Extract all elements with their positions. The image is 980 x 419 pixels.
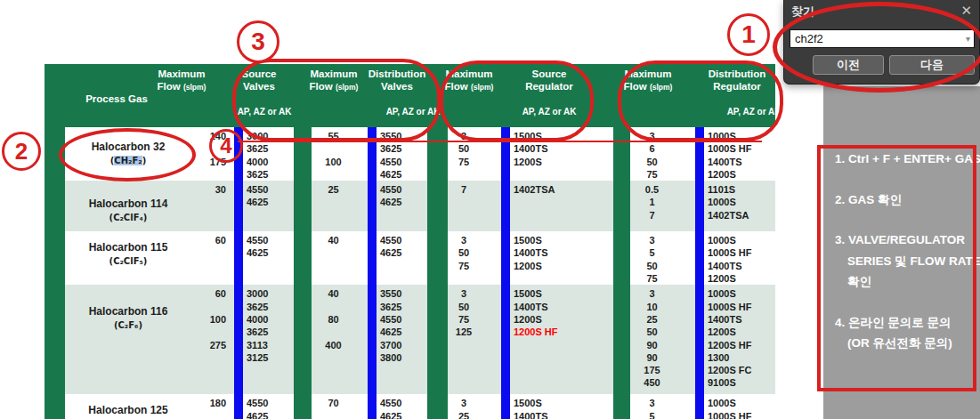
cell-line: 75 — [448, 313, 480, 326]
cell-line: 275 — [191, 339, 226, 351]
instruction-line: 2. GAS 확인 — [835, 189, 980, 211]
green-divider — [294, 285, 312, 394]
cell-line: 25 — [448, 410, 480, 419]
cell-line: 4625 — [380, 168, 427, 181]
instruction-line: SERIES 및 FLOW RATE — [835, 251, 980, 272]
cell-line: 1200S — [708, 272, 775, 285]
table-row: Halocarbon 32(CH₂F₂)140 1753000362540003… — [45, 127, 775, 181]
cell-line: 1400TS — [514, 301, 613, 313]
process-gas-cell: Halocarbon 116(C₂F₆) — [65, 285, 191, 394]
gas-name: Halocarbon 115 — [65, 242, 191, 254]
flow-cell: 7 — [448, 181, 501, 231]
green-divider — [45, 394, 65, 419]
flow-cell: 355075 — [630, 231, 695, 285]
blue-divider — [368, 231, 377, 285]
cell-line: 1000S HF — [708, 410, 775, 419]
series-cell: 1500S1400TS1200S — [510, 231, 613, 285]
blue-divider — [368, 181, 377, 231]
cell-line: 70 — [312, 397, 355, 409]
cell-line: 5 — [630, 410, 674, 419]
cell-line — [312, 326, 355, 338]
cell-line: 3 — [630, 130, 674, 142]
cell-line: 1000S — [708, 287, 775, 300]
cell-line: 1400TS — [708, 156, 775, 168]
cell-line: 175 — [191, 156, 226, 168]
series-cell: 1000S1000S HF1400TS1200S1200S HF13001200… — [704, 285, 775, 394]
col-header-max-flow-1: Maximum Flow (slpm) — [158, 68, 207, 93]
blue-divider — [695, 181, 704, 231]
gas-formula: (C₂ClF₅) — [65, 255, 191, 267]
green-divider — [294, 394, 312, 419]
col-subheader-distribution-valves-series: AP, AZ or AK — [386, 107, 441, 117]
green-divider — [427, 231, 448, 285]
table-row: Halocarbon 116(C₂F₆)60 100 2753000362540… — [45, 285, 775, 394]
cell-line: 3 — [448, 287, 480, 300]
green-divider — [45, 285, 65, 394]
flow-cell: 35075 — [448, 127, 501, 181]
cell-line — [191, 142, 226, 155]
cell-line: 3625 — [247, 326, 294, 338]
cell-line: 9100S — [708, 376, 775, 389]
green-divider — [427, 181, 448, 231]
cell-line: 3700 — [380, 339, 427, 351]
series-cell: 1000S1000S HF — [704, 394, 775, 419]
cell-line: 4000 — [247, 313, 294, 326]
cell-line: 1200S FC — [708, 364, 775, 376]
series-cell: 45504625 — [243, 231, 294, 285]
cell-line: 4550 — [380, 156, 427, 168]
cell-line: 50 — [630, 260, 674, 272]
blue-divider — [695, 394, 704, 419]
series-cell: 45504625 — [243, 394, 294, 419]
table-row: Halocarbon 115(C₂ClF₅)604550462540455046… — [45, 231, 775, 285]
cell-line: 25 — [630, 313, 674, 326]
blue-divider — [234, 231, 243, 285]
find-next-button[interactable]: 다음 — [889, 55, 975, 75]
cell-line: 1400TS — [708, 260, 775, 272]
cell-line: 3000 — [247, 130, 294, 142]
instruction-line: 4. 온라인 문의로 문의 — [835, 312, 980, 334]
series-cell: 1000S1000S HF1400TS1200S — [704, 127, 775, 181]
cell-line: 450 — [630, 376, 674, 389]
col-subheader-source-regulator-series: AP, AZ or AK — [522, 107, 577, 117]
close-icon[interactable]: ✕ — [960, 4, 972, 17]
series-cell: 3000362540003625 — [243, 127, 294, 181]
col-subheader-distribution-regulator-series: AP, AZ or AK — [727, 107, 782, 117]
series-cell: 1500S1400TS1200S — [510, 127, 613, 181]
col-header-process-gas: Process Gas — [85, 93, 148, 105]
cell-line: 4625 — [380, 326, 427, 338]
green-divider — [613, 127, 630, 181]
cell-line: 3 — [630, 287, 674, 300]
cell-line: 1000S — [708, 234, 775, 246]
series-cell: 355036254550462537003800 — [377, 285, 427, 394]
cell-line: 50 — [448, 301, 480, 313]
col-header-source-regulator: SourceRegulator — [525, 68, 573, 93]
series-cell: 1000S1000S HF1400TS1200S — [704, 231, 775, 285]
flow-cell: 325 — [448, 394, 501, 419]
cell-line: 3800 — [380, 351, 427, 364]
find-search-input[interactable] — [790, 29, 975, 48]
find-previous-button[interactable]: 이전 — [813, 55, 884, 75]
flow-cell: 60 — [191, 231, 234, 285]
cell-line: 1400TS — [514, 246, 613, 259]
cell-line: 30 — [191, 183, 226, 196]
cell-line: 3625 — [247, 142, 294, 155]
cell-line: 1000S HF — [708, 142, 775, 155]
table-header: Process Gas Maximum Flow (slpm) SourceVa… — [45, 64, 775, 127]
process-gas-cell: Halocarbon 115(C₂ClF₅) — [65, 231, 191, 285]
flow-cell: 40 — [312, 231, 368, 285]
cell-line: 1500S — [514, 287, 613, 300]
cell-line: 90 — [630, 351, 674, 364]
green-divider — [294, 127, 312, 181]
instruction-list: 1. Ctrl + F + ENTER+ GAS2. GAS 확인3. VALV… — [835, 149, 980, 354]
cell-line: 3125 — [247, 351, 294, 364]
col-header-source-valves: SourceValves — [242, 68, 277, 93]
blue-divider — [695, 231, 704, 285]
gas-name: Halocarbon 116 — [65, 306, 191, 318]
table-row: Halocarbon 114(C₂ClF₄)304550462525455046… — [45, 181, 775, 231]
annotation-circle-3: 3 — [237, 20, 279, 63]
cell-line: 5 — [630, 246, 674, 259]
green-divider — [45, 181, 65, 231]
cell-line: 1200S — [514, 260, 613, 272]
blue-divider — [234, 285, 243, 394]
cell-line: 3550 — [380, 287, 427, 300]
